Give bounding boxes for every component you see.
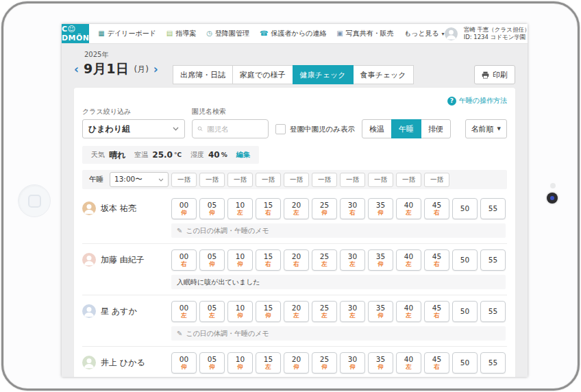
nap-cell[interactable]: 05仰 [199,198,225,219]
bulk-button-8[interactable]: 一括 [396,173,421,187]
bulk-button-2[interactable]: 一括 [227,173,253,187]
codmon-logo[interactable]: C☺DMÖN [62,24,89,43]
search-input[interactable] [206,124,263,134]
nap-time-select[interactable]: 13:00〜 [110,172,169,187]
sleep-position: 左 [293,313,299,319]
nap-cell[interactable]: 00右 [171,249,197,271]
nap-cell[interactable]: 30右 [340,198,365,219]
tab-3[interactable]: 食事チェック [353,65,414,84]
nap-cell[interactable]: 05左 [199,301,225,322]
bulk-button-5[interactable]: 一括 [312,173,337,187]
class-select[interactable]: ひまわり組 [82,119,185,138]
nap-cell[interactable]: 10仰 [227,249,253,271]
nav-item-0[interactable]: ▦デイリーボード [98,29,156,38]
nap-cell[interactable]: 35仰 [368,249,393,271]
nap-cell[interactable]: 15右 [256,249,281,271]
nap-cell[interactable]: 00仰 [171,198,197,219]
nap-cell[interactable]: 40左 [396,198,421,219]
nap-cell[interactable]: 20左 [284,301,309,322]
memo-field[interactable]: ✎この日の体調・午睡のメモ [171,223,506,238]
bulk-button-1[interactable]: 一括 [199,173,225,187]
nap-cell[interactable]: 20仰 [284,352,309,373]
nap-help-link[interactable]: ? 午睡の操作方法 [447,96,507,106]
question-badge-icon: ? [447,97,456,106]
nap-cell[interactable]: 50 [452,198,478,219]
nap-cell[interactable]: 45右 [424,249,449,271]
nap-cell[interactable]: 50 [452,301,478,322]
print-button[interactable]: 印刷 [474,65,515,84]
nap-cell[interactable]: 05仰 [199,352,225,373]
nap-cell[interactable]: 05仰 [199,249,225,271]
nap-cell[interactable]: 25仰 [312,352,337,373]
nap-cell[interactable]: 25仰 [312,198,337,219]
nap-cell[interactable]: 55 [480,249,506,271]
cell-time: 55 [489,308,497,316]
user-info[interactable]: 宮崎 千恵（クラス担任） ID: 1234 コドモン学園 [464,26,528,42]
nap-cell[interactable]: 50 [452,352,478,373]
nap-cell[interactable]: 55 [480,352,506,373]
nap-cell[interactable]: 40左 [396,301,421,322]
nav-item-2[interactable]: ◷登降園管理 [206,29,249,38]
pencil-icon: ✎ [177,330,182,337]
attending-only-checkbox[interactable] [275,124,286,134]
nap-cell[interactable]: 20左 [284,198,309,219]
nav-item-4[interactable]: ▣写真共有・販売 [336,29,393,38]
bulk-button-0[interactable]: 一括 [171,173,197,187]
cell-time: 10 [236,201,245,210]
memo-field[interactable]: 入眠時に咳が出ていました [171,275,506,289]
nap-cell[interactable]: 25左 [312,249,337,271]
nap-cell[interactable]: 30仰 [340,352,365,373]
bulk-button-6[interactable]: 一括 [340,173,365,187]
mode-button-2[interactable]: 排便 [421,119,451,138]
search-field[interactable] [192,119,269,138]
mode-button-0[interactable]: 検温 [362,119,392,138]
nap-cell[interactable]: 10仰 [227,301,253,322]
sleep-position: 左 [349,313,356,319]
nap-cell[interactable]: 45右 [424,198,449,219]
nap-cell[interactable]: 20右 [284,249,309,271]
nap-cell-row: 00左05左10仰15仰20左25左30左35仰40左45右5055 [171,301,506,322]
nap-cell[interactable]: 15右 [256,198,281,219]
nap-cell[interactable]: 35仰 [368,301,393,322]
bulk-button-7[interactable]: 一括 [368,173,393,187]
mode-button-1[interactable]: 午睡 [391,119,421,138]
nap-cell[interactable]: 45右 [424,352,449,373]
nap-cell[interactable]: 00仰 [171,352,197,373]
tab-1[interactable]: 家庭での様子 [232,65,293,84]
nap-cell[interactable]: 50 [452,249,478,271]
nap-cell[interactable]: 55 [480,198,506,219]
nap-cell[interactable]: 40左 [396,352,421,373]
nap-cell[interactable]: 30左 [340,249,365,271]
nap-cell[interactable]: 35仰 [368,198,393,219]
cell-time: 20 [292,253,301,261]
nap-cell[interactable]: 40左 [396,249,421,271]
nap-cell[interactable]: 45右 [424,301,449,322]
prev-day-icon[interactable]: ‹ [74,64,79,75]
nap-cell[interactable]: 15仰 [256,301,281,322]
home-button[interactable] [18,184,51,217]
nap-cell[interactable]: 10左 [227,198,253,219]
cell-time: 25 [320,253,329,261]
nap-cell[interactable]: 35仰 [368,352,393,373]
weather-edit-link[interactable]: 編集 [236,150,250,160]
sleep-position: 右 [293,261,299,267]
tab-2[interactable]: 健康チェック [293,65,354,84]
nap-cell[interactable]: 15左 [256,352,281,373]
tab-0[interactable]: 出席簿・日誌 [173,65,233,84]
nav-item-1[interactable]: ▤指導案 [166,29,196,38]
bulk-button-9[interactable]: 一括 [424,173,449,187]
memo-field[interactable]: ✎この日の体調・午睡のメモ [171,326,506,341]
nav-item-5[interactable]: もっと見る▾ [404,29,445,38]
nap-cell[interactable]: 00左 [171,301,197,322]
card-head: ? 午睡の操作方法 [82,96,507,106]
nap-cell[interactable]: 25左 [312,301,337,322]
nap-cell[interactable]: 55 [480,301,506,322]
nav-item-3[interactable]: ☎保護者からの連絡 [260,29,326,38]
bulk-button-3[interactable]: 一括 [256,173,281,187]
sort-button[interactable]: 名前順 ▼ [465,119,507,138]
nap-cell[interactable]: 30左 [340,301,365,322]
nap-cell[interactable]: 10仰 [227,352,253,373]
next-day-icon[interactable]: › [153,64,158,75]
user-avatar [445,27,458,40]
bulk-button-4[interactable]: 一括 [284,173,309,187]
